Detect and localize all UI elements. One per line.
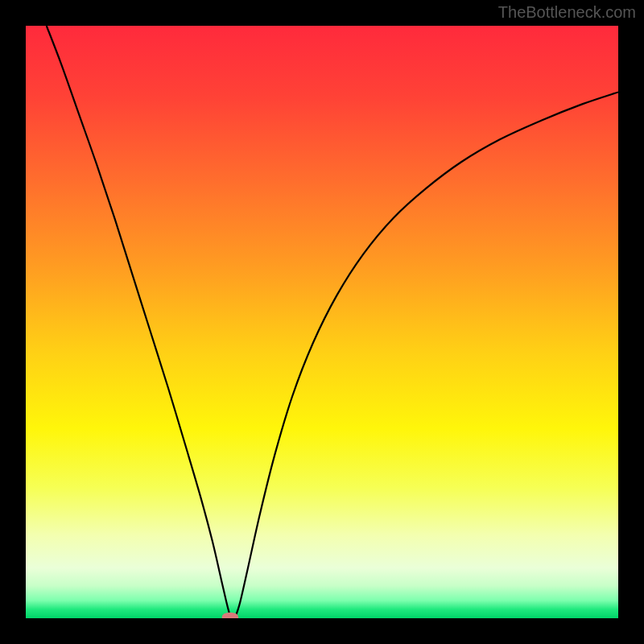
- chart-svg: [26, 26, 618, 618]
- chart-plot-area: [26, 26, 618, 618]
- watermark-text: TheBottleneck.com: [498, 3, 636, 22]
